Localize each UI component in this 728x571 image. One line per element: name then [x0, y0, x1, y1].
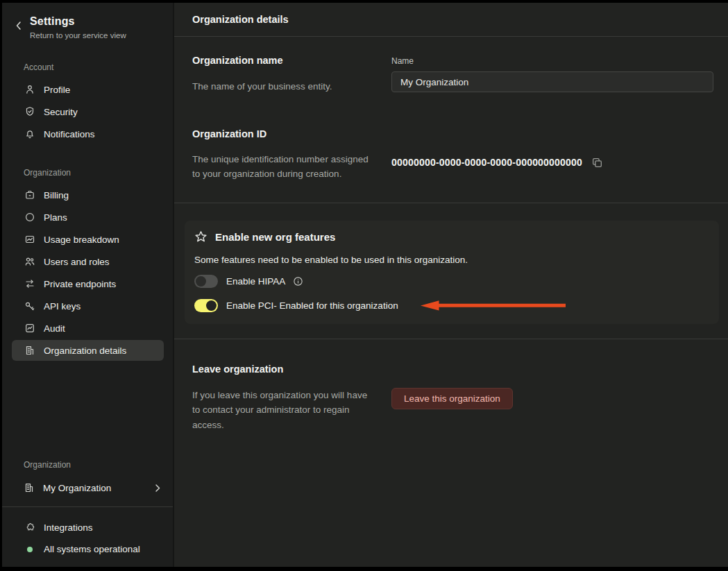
leave-org-section: Leave organization If you leave this org…	[174, 339, 728, 433]
settings-sidebar: Settings Return to your service view Acc…	[2, 3, 174, 567]
shield-check-icon	[24, 106, 35, 117]
status-label: All systems operational	[44, 544, 140, 554]
sidebar-item-billing[interactable]: Billing	[2, 184, 173, 206]
sidebar-item-label: Organization details	[44, 346, 126, 356]
sidebar-item-private-endpoints[interactable]: Private endpoints	[2, 273, 173, 295]
org-id-value: 00000000-0000-0000-0000-000000000000	[391, 157, 582, 168]
status-dot-icon	[24, 547, 35, 552]
sidebar-subtitle[interactable]: Return to your service view	[30, 31, 126, 40]
users-icon	[24, 256, 35, 267]
sidebar-item-label: Profile	[44, 85, 70, 95]
org-id-description: The unique identification number assigne…	[192, 152, 371, 182]
chevron-right-icon	[153, 484, 162, 493]
pci-toggle-label: Enable PCI- Enabled for this organizatio…	[226, 300, 398, 311]
org-name-heading: Organization name	[192, 53, 371, 67]
sidebar-item-label: Private endpoints	[44, 279, 116, 289]
main-content: Organization details Organization name T…	[174, 3, 728, 567]
org-id-section: Organization ID The unique identificatio…	[174, 127, 728, 182]
usage-chart-icon	[24, 234, 35, 245]
billing-icon	[24, 189, 35, 201]
sidebar-item-usage-breakdown[interactable]: Usage breakdown	[2, 228, 173, 250]
bell-icon	[24, 128, 35, 139]
back-chevron-icon[interactable]	[15, 21, 23, 31]
card-description: Some features need to be enabled to be u…	[194, 253, 705, 267]
app-window: Settings Return to your service view Acc…	[2, 3, 728, 567]
org-switcher-value: My Organization	[43, 483, 111, 493]
sidebar-item-label: Plans	[44, 212, 67, 223]
sidebar-item-organization-details[interactable]: Organization details	[12, 340, 164, 361]
sidebar-item-notifications[interactable]: Notifications	[2, 123, 173, 145]
sidebar-title: Settings	[30, 15, 126, 28]
org-name-input[interactable]	[391, 71, 713, 92]
org-switcher[interactable]: My Organization	[2, 476, 173, 500]
page-title: Organization details	[174, 3, 728, 37]
star-icon	[194, 230, 208, 244]
integrations-label: Integrations	[44, 522, 93, 533]
hipaa-toggle[interactable]	[194, 275, 218, 288]
section-label-account: Account	[2, 62, 173, 72]
hipaa-toggle-row: Enable HIPAA	[194, 271, 705, 291]
audit-icon	[24, 323, 35, 334]
sidebar-item-label: Audit	[44, 323, 65, 334]
org-switcher-label: Organization	[2, 460, 173, 470]
sidebar-item-api-keys[interactable]: API keys	[2, 295, 173, 317]
enable-features-card: Enable new org features Some features ne…	[185, 221, 719, 324]
sidebar-item-plans[interactable]: Plans	[2, 206, 173, 228]
section-label-organization: Organization	[2, 168, 173, 178]
org-name-description: The name of your business entity.	[192, 79, 371, 94]
building-icon	[24, 345, 35, 356]
sidebar-item-label: API keys	[44, 301, 81, 312]
swap-arrows-icon	[24, 278, 35, 289]
copy-icon[interactable]	[591, 157, 603, 169]
sidebar-item-users-and-roles[interactable]: Users and roles	[2, 250, 173, 273]
sidebar-item-profile[interactable]: Profile	[2, 78, 173, 101]
leave-org-description: If you leave this organization you will …	[192, 388, 371, 433]
sidebar-item-label: Billing	[44, 190, 69, 201]
org-name-section: Organization name The name of your busin…	[174, 37, 728, 94]
leave-org-heading: Leave organization	[192, 362, 371, 376]
circle-icon	[24, 212, 35, 223]
red-arrow-annotation-icon	[419, 300, 567, 311]
sidebar-item-label: Notifications	[44, 129, 95, 139]
sidebar-item-label: Users and roles	[44, 257, 110, 267]
account-nav: Profile Security Notifications	[2, 78, 173, 145]
system-status-link[interactable]: All systems operational	[2, 538, 173, 560]
hipaa-toggle-label: Enable HIPAA	[226, 276, 285, 287]
integrations-link[interactable]: Integrations	[2, 517, 173, 538]
building-icon	[24, 482, 35, 493]
leave-organization-button[interactable]: Leave this organization	[391, 388, 513, 409]
pci-toggle[interactable]	[194, 299, 218, 312]
info-icon[interactable]	[293, 276, 303, 287]
sidebar-item-security[interactable]: Security	[2, 101, 173, 123]
sidebar-item-audit[interactable]: Audit	[2, 317, 173, 339]
pci-toggle-row: Enable PCI- Enabled for this organizatio…	[194, 296, 705, 316]
person-icon	[24, 84, 35, 95]
sidebar-bottom: Organization My Organization Integration…	[2, 460, 173, 567]
sidebar-item-label: Security	[44, 107, 78, 117]
name-field-label: Name	[391, 56, 713, 66]
sidebar-footer: Integrations All systems operational	[2, 506, 173, 567]
org-id-heading: Organization ID	[192, 127, 371, 141]
key-icon	[24, 300, 35, 312]
section-divider	[174, 203, 728, 203]
sidebar-header: Settings Return to your service view	[2, 12, 173, 40]
sidebar-item-label: Usage breakdown	[44, 235, 119, 245]
card-title: Enable new org features	[215, 231, 335, 243]
puzzle-icon	[24, 522, 35, 534]
organization-nav: Billing Plans Usage breakdown Users and …	[2, 184, 173, 361]
